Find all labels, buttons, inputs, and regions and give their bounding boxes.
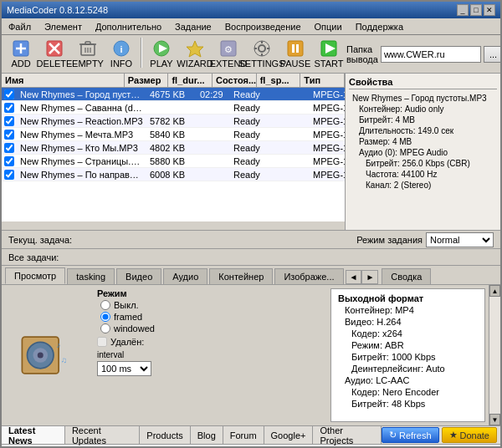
mode-framed-radio[interactable]	[100, 312, 110, 322]
news-tab-google[interactable]: Google+	[264, 426, 314, 444]
toolbar-btn-play[interactable]: PLAY	[146, 38, 177, 71]
radio-group: Выкл. framed windowed	[97, 300, 324, 333]
file-dur: 02:29	[197, 89, 230, 100]
table-row[interactable]: New Rhymes – Саванна (demo).mp3 Ready MP…	[2, 101, 345, 115]
news-tab-blog[interactable]: Blog	[191, 426, 223, 444]
scroll-up-button[interactable]: ▲	[489, 285, 500, 297]
tab-tasking[interactable]: tasking	[67, 268, 115, 284]
property-item: Битрейт: 256.0 Kbps (CBR)	[349, 158, 497, 169]
toolbar-btn-settings[interactable]: SETTINGS	[246, 38, 278, 71]
tab-[interactable]: Контейнер	[209, 268, 273, 284]
file-type: MPEG-1 Layer 3	[310, 89, 345, 100]
svg-text:⚙: ⚙	[224, 44, 233, 54]
svg-text:i: i	[120, 44, 122, 54]
tab-summary[interactable]: Сводка	[382, 268, 431, 284]
row-checkbox[interactable]	[4, 156, 14, 166]
tab-[interactable]: Просмотр	[5, 267, 65, 284]
tab-[interactable]: Аудио	[163, 268, 207, 284]
toolbar: ADDDELETEEMPTYiINFOPLAYWIZARD⚙EXTENDSETT…	[2, 35, 500, 74]
file-state: Ready	[230, 142, 276, 154]
deinterlace-option[interactable]: Удалён:	[97, 337, 324, 347]
table-row[interactable]: New Rhymes – Город пустоты.MP3 4675 KB 0…	[2, 88, 345, 101]
table-row[interactable]: New Rhymes – Страницы.MP3 5880 KB Ready …	[2, 155, 345, 168]
menu-item-задание[interactable]: Задание	[172, 21, 215, 33]
toolbar-btn-info[interactable]: iINFO	[105, 38, 137, 71]
table-row[interactable]: New Rhymes – По направлению в... 6008 KB…	[2, 168, 345, 181]
toolbar-separator	[141, 38, 142, 68]
task-mode-area: Режим задания Normal Background Low Prio…	[356, 232, 494, 247]
mode-windowed-option[interactable]: windowed	[100, 323, 324, 333]
tab-[interactable]: Изображе...	[274, 268, 343, 284]
interval-select[interactable]: 100 ms 200 ms 500 ms 1000 ms	[97, 361, 151, 376]
mode-off-option[interactable]: Выкл.	[100, 300, 324, 310]
format-item: Кодер: x264	[335, 328, 481, 339]
table-row[interactable]: New Rhymes – Мечта.MP3 5840 KB Ready MPE…	[2, 128, 345, 141]
tab-scroll-right[interactable]: ►	[361, 270, 378, 284]
file-size: 5782 KB	[146, 115, 197, 127]
file-name: New Rhymes – Reaction.MP3	[17, 115, 146, 127]
minimize-button[interactable]: _	[457, 4, 469, 16]
tabs-bar: ПросмотрtaskingВидеоАудиоКонтейнерИзобра…	[2, 266, 500, 285]
row-checkbox[interactable]	[4, 130, 14, 140]
file-list-header: ИмяРазмерfl_dur...Состоя...fl_sp...Тип	[2, 74, 345, 88]
news-tab-forum[interactable]: Forum	[223, 426, 264, 444]
row-checkbox[interactable]	[4, 89, 14, 99]
menu-item-опции[interactable]: Опции	[311, 21, 346, 33]
deinterlace-checkbox[interactable]	[97, 337, 107, 347]
toolbar-btn-start[interactable]: START	[313, 38, 345, 71]
mode-windowed-radio[interactable]	[100, 323, 110, 333]
close-button[interactable]: ✕	[484, 4, 495, 16]
table-row[interactable]: New Rhymes – Reaction.MP3 5782 KB Ready …	[2, 115, 345, 128]
svg-rect-8	[85, 42, 90, 44]
tab-scroll-left[interactable]: ◄	[346, 270, 362, 284]
menu-item-поддержка[interactable]: Поддержка	[352, 21, 407, 33]
news-tab-latestnews[interactable]: Latest News	[2, 426, 65, 444]
file-size: 5880 KB	[146, 155, 197, 167]
star-icon: ★	[449, 430, 458, 440]
menu-item-дополнительно[interactable]: Дополнительно	[92, 21, 165, 33]
browse-button[interactable]: ...	[484, 46, 502, 63]
tab-[interactable]: Видео	[116, 268, 161, 284]
toolbar-btn-add[interactable]: ADD	[5, 38, 37, 71]
main-content-area: ИмяРазмерfl_dur...Состоя...fl_sp...Тип N…	[2, 74, 500, 231]
format-scrollbar[interactable]: ▲ ▼	[489, 285, 500, 425]
news-tab-recentupdates[interactable]: Recent Updates	[65, 426, 140, 444]
info-icon: i	[111, 39, 131, 58]
refresh-button[interactable]: ↻Refresh	[382, 427, 439, 443]
file-list[interactable]: New Rhymes – Город пустоты.MP3 4675 KB 0…	[2, 88, 345, 221]
toolbar-btn-wizard[interactable]: WIZARD	[179, 38, 211, 71]
maximize-button[interactable]: □	[470, 4, 482, 16]
file-state: Ready	[230, 89, 276, 100]
task-mode-select[interactable]: Normal Background Low Priority	[426, 232, 494, 247]
start-icon	[319, 39, 339, 58]
file-size: 4802 KB	[146, 142, 197, 154]
output-folder-input[interactable]	[381, 46, 481, 63]
task-mode-label: Режим задания	[356, 235, 423, 245]
row-checkbox[interactable]	[4, 170, 14, 180]
all-tasks-bar: Все задачи:	[2, 249, 500, 266]
toolbar-btn-empty[interactable]: EMPTY	[72, 38, 104, 71]
property-item: Размер: 4 MB	[349, 136, 497, 147]
menu-item-файл[interactable]: Файл	[5, 21, 34, 33]
menu-item-воспроизведение[interactable]: Воспроизведение	[222, 21, 305, 33]
wizard-icon	[185, 39, 205, 58]
file-name: New Rhymes – Страницы.MP3	[17, 155, 146, 167]
table-row[interactable]: New Rhymes – Кто Мы.MP3 4802 KB Ready MP…	[2, 141, 345, 155]
mode-off-radio[interactable]	[100, 300, 110, 310]
donate-button[interactable]: ★Donate	[442, 427, 497, 443]
interval-label: interval	[97, 350, 324, 359]
output-format-panel: Выходной форматКонтейнер: MP4Видео: H.26…	[330, 288, 485, 422]
news-tab-products[interactable]: Products	[140, 426, 190, 444]
property-item: Битрейт: 4 MB	[349, 115, 497, 125]
toolbar-btn-pause[interactable]: PAUSE	[279, 38, 311, 71]
row-checkbox[interactable]	[4, 143, 14, 153]
news-tab-otherprojects[interactable]: Other Projects	[313, 426, 382, 444]
news-tabs: Latest NewsRecent UpdatesProductsBlogFor…	[2, 426, 500, 445]
mode-framed-option[interactable]: framed	[100, 312, 324, 322]
toolbar-btn-delete[interactable]: DELETE	[38, 38, 70, 71]
menu-item-элемент[interactable]: Элемент	[41, 21, 85, 33]
scroll-down-button[interactable]: ▼	[489, 414, 500, 425]
row-checkbox[interactable]	[4, 103, 14, 113]
property-item: Аудио (0): MPEG Audio	[349, 147, 497, 158]
row-checkbox[interactable]	[4, 116, 14, 126]
